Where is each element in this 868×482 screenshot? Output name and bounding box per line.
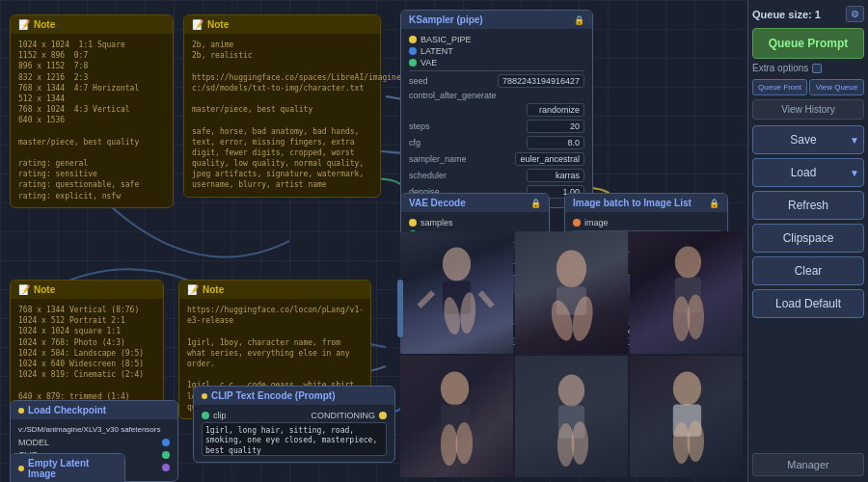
clip-encode-node: CLIP Text Encode (Prompt) clip CONDITION… (193, 386, 395, 463)
checkpoint-header: Load Checkpoint (11, 401, 177, 419)
imgbatch-in-connector (573, 219, 581, 227)
samples-connector (409, 219, 417, 227)
note-icon-3: 📝 (18, 284, 30, 295)
refresh-button[interactable]: Refresh (752, 191, 864, 220)
basic-pipe-connector (409, 36, 417, 43)
vae-samples-row: samples (409, 218, 541, 228)
imgbatch-lock-icon: 🔒 (709, 199, 719, 208)
ksampler-title: KSampler (pipe) (409, 14, 483, 25)
ksampler-seed-row: seed 7882243194916427 (409, 74, 584, 88)
tab-queue-front[interactable]: Queue Front (752, 79, 807, 95)
image-cell-5 (515, 356, 628, 478)
svg-point-14 (441, 371, 469, 405)
image-cell-4 (400, 356, 513, 478)
ksampler-scheduler-row: scheduler karras (409, 169, 584, 182)
svg-point-17 (456, 422, 474, 464)
ksampler-node: KSampler (pipe) 🔒 BASIC_PIPE LATENT VAE … (400, 10, 593, 208)
queue-size-row: Queue size: 1 ⚙ (752, 6, 864, 22)
image-cell-1 (400, 231, 513, 354)
ksampler-control-val-row: randomize (409, 103, 584, 117)
queue-size-label: Queue size: 1 (752, 9, 821, 20)
note-body-1: 1024 x 1024 1:1 Square 1152 x 896 0:7 89… (11, 34, 173, 207)
ksampler-body: BASIC_PIPE LATENT VAE seed 7882243194916… (401, 29, 592, 207)
checkpoint-dot (18, 408, 24, 414)
ksampler-basic-pipe-row: BASIC_PIPE (409, 35, 584, 44)
tab-view-queue[interactable]: View Queue (809, 79, 864, 95)
anime-figure-2 (515, 231, 628, 354)
svg-point-25 (687, 420, 704, 462)
anime-figure-4 (400, 356, 513, 478)
save-button[interactable]: Save ▼ (752, 125, 864, 154)
clip-text-area: 1girl, long hair, sitting, road, smoking… (202, 422, 387, 456)
image-cell-6 (630, 356, 743, 478)
note-body-3: 768 x 1344 Vertical (8:76) 1024 x 512 Po… (11, 299, 163, 408)
save-arrow-icon: ▼ (850, 135, 859, 146)
clipspace-button[interactable]: Clipspace (752, 224, 864, 253)
tab-row: Queue Front View Queue (752, 79, 864, 95)
anime-figure-3 (630, 231, 743, 354)
image-cell-3 (630, 231, 743, 354)
anime-figure-1 (400, 231, 513, 354)
conditioning-out-connector (379, 412, 387, 419)
view-history-button[interactable]: View History (752, 99, 864, 120)
queue-prompt-button[interactable]: Queue Prompt (752, 28, 864, 59)
svg-point-22 (673, 371, 701, 405)
note-header-2: 📝 Note (184, 15, 380, 34)
vae-lock-icon: 🔒 (530, 199, 541, 208)
svg-point-16 (441, 424, 458, 466)
load-default-button[interactable]: Load Default (752, 289, 864, 318)
empty-latent-node: Empty Latent Image LATENT width 832 (10, 453, 125, 482)
ksampler-vae-row: VAE (409, 58, 584, 67)
clip-in-connector (202, 412, 209, 419)
clip-header: CLIP Text Encode (Prompt) (194, 387, 394, 405)
note-node-1: 📝 Note 1024 x 1024 1:1 Square 1152 x 896… (10, 14, 174, 208)
note-header-1: 📝 Note (11, 15, 173, 34)
note-icon-4: 📝 (187, 284, 199, 295)
vae-decode-header: VAE Decode 🔒 (401, 194, 549, 212)
note-icon: 📝 (18, 19, 30, 30)
note-header-4: 📝 Note (179, 281, 370, 299)
model-out-connector (162, 439, 170, 446)
note-node-3: 📝 Note 768 x 1344 Vertical (8:76) 1024 x… (10, 280, 164, 409)
checkpoint-model-row: MODEL (18, 438, 170, 447)
ksampler-cfg-row: cfg 8.0 (409, 136, 584, 149)
extra-options-checkbox[interactable] (812, 64, 822, 73)
clear-button[interactable]: Clear (752, 256, 864, 285)
extra-options-row: Extra options (752, 63, 864, 73)
manager-button[interactable]: Manager (752, 453, 864, 476)
load-arrow-icon: ▼ (850, 168, 859, 178)
ksampler-latent-row: LATENT (409, 46, 584, 56)
svg-point-10 (675, 246, 701, 278)
right-panel: Queue size: 1 ⚙ Queue Prompt Extra optio… (747, 0, 868, 482)
image-grid (400, 231, 743, 477)
scroll-handle[interactable] (397, 280, 403, 337)
note-node-2: 📝 Note 2b, anime 2b, realistic https://h… (183, 14, 381, 198)
note-icon-2: 📝 (192, 19, 203, 30)
vae-connector (409, 59, 417, 67)
clip-input-row: clip CONDITIONING (202, 411, 387, 420)
load-button[interactable]: Load ▼ (752, 158, 864, 187)
latent-header: Empty Latent Image (11, 454, 124, 482)
svg-point-21 (572, 421, 589, 465)
clip-out-connector (162, 451, 170, 459)
ksampler-control-row: control_after_generate (409, 91, 584, 100)
ksampler-header: KSampler (pipe) 🔒 (401, 11, 592, 29)
img-batch-header: Image batch to Image List 🔒 (565, 194, 727, 212)
svg-line-5 (480, 292, 493, 307)
note-header-3: 📝 Note (11, 281, 163, 299)
clip-body: clip CONDITIONING 1girl, long hair, sitt… (194, 405, 394, 462)
checkpoint-path: v:/SDM/animagine/XLV3_v30 safetensors (18, 425, 170, 434)
canvas[interactable]: 📝 Note 1024 x 1024 1:1 Square 1152 x 896… (0, 0, 747, 482)
svg-point-13 (687, 294, 704, 339)
ksampler-lock-icon: 🔒 (574, 15, 584, 25)
svg-line-4 (420, 292, 434, 307)
ksampler-steps-row: steps 20 (409, 120, 584, 133)
note-body-2: 2b, anime 2b, realistic https://huggingf… (184, 34, 380, 197)
image-cell-2 (515, 231, 628, 354)
svg-point-6 (556, 250, 586, 287)
svg-point-18 (558, 374, 584, 406)
svg-point-0 (443, 247, 471, 281)
clip-dot (202, 393, 207, 399)
latent-dot (18, 466, 24, 471)
settings-gear-button[interactable]: ⚙ (846, 6, 864, 22)
